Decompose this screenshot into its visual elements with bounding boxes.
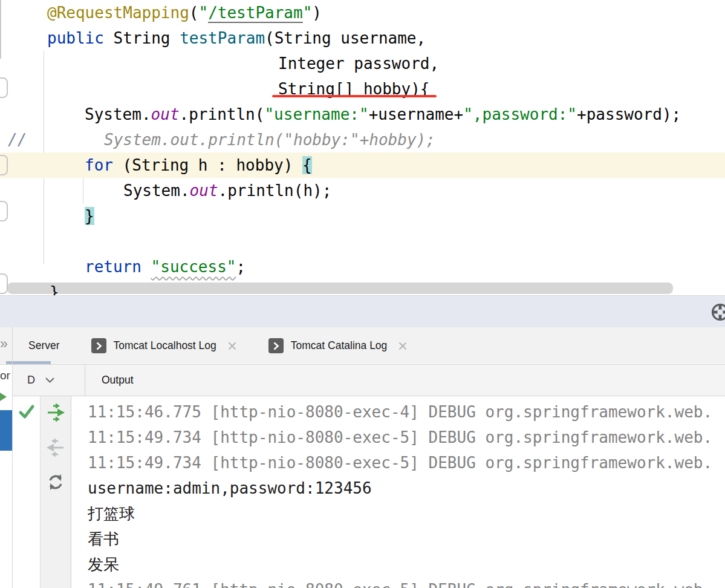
chevron-down-icon: [45, 377, 54, 384]
code-token-field: out: [190, 181, 218, 200]
tab-close-icon[interactable]: [398, 341, 408, 351]
console-line: 发呆: [88, 552, 725, 577]
code-token-brace: }: [85, 207, 94, 225]
refresh-icon[interactable]: [46, 472, 65, 492]
code-token-plain: System.: [85, 105, 151, 123]
code-token-string: ": [198, 4, 208, 22]
tab-server[interactable]: Server: [13, 327, 76, 364]
code-token-string: ": [303, 4, 313, 22]
code-token-method: testParam: [180, 29, 265, 47]
code-token-field: out: [151, 105, 180, 123]
code-token-keyword: public: [47, 29, 104, 47]
selected-tab-underline: [6, 361, 51, 364]
services-tool-window: » ServerTomcat Localhost LogTomcat Catal…: [0, 327, 725, 588]
code-token-annotation: @RequestMapping: [47, 4, 189, 22]
code-token-plain: [141, 258, 151, 276]
code-token-plain: ): [312, 4, 322, 22]
run-status-column: [13, 396, 40, 588]
code-token-typo: "success": [151, 258, 236, 276]
console-line: 11:15:49.734 [http-nio-8080-exec-5] DEBU…: [88, 450, 725, 475]
code-line[interactable]: public String testParam(String username,: [0, 25, 725, 51]
commented-line-marker: //: [8, 127, 27, 152]
log-level-dropdown[interactable]: D: [13, 365, 85, 396]
code-line[interactable]: System.out.println(h);: [0, 178, 725, 203]
tab-close-icon[interactable]: [227, 341, 237, 351]
code-token-keyword: for: [85, 156, 113, 174]
code-token-string: "username:": [264, 105, 368, 123]
code-line[interactable]: }: [0, 203, 725, 229]
code-token-plain: }: [50, 283, 59, 295]
code-line[interactable]: @RequestMapping("/testParam"): [0, 0, 725, 25]
code-token-plain: (: [189, 4, 199, 22]
panel-left-border: [12, 327, 13, 588]
code-token-plain: ;: [236, 258, 245, 276]
code-token-plain: System.: [123, 181, 190, 200]
run-play-icon[interactable]: [0, 391, 7, 402]
gear-icon[interactable]: [709, 301, 725, 325]
success-checkmark-icon: [18, 403, 35, 420]
code-token-link: /testParam: [208, 4, 303, 23]
code-line[interactable]: for (String h : hobby) {: [0, 152, 725, 178]
console-line: username:admin,password:123456: [88, 475, 725, 501]
code-token-plain: Integer password,: [278, 54, 439, 73]
tab-bar: » ServerTomcat Localhost LogTomcat Catal…: [0, 327, 725, 365]
code-line[interactable]: return "success";: [0, 254, 725, 279]
tool-window-header-strip: [0, 295, 725, 328]
code-token-plain: +password);: [577, 105, 681, 123]
code-token-comment: System.out.println("hobby:"+hobby);: [104, 131, 435, 149]
log-level-value: D: [27, 374, 35, 387]
console-line: 打篮球: [88, 501, 725, 526]
fold-marker: [0, 155, 8, 175]
code-token-brace: {: [302, 156, 312, 174]
code-token-string: ",password:": [463, 105, 577, 123]
code-token-plain: +username+: [369, 105, 464, 123]
tab-label: Tomcat Catalina Log: [291, 339, 388, 352]
hidden-tabs-chevron-icon[interactable]: »: [0, 336, 6, 352]
code-line[interactable]: System.out.println("username:"+username+…: [0, 102, 725, 127]
tabs-container: ServerTomcat Localhost LogTomcat Catalin…: [13, 327, 423, 364]
fold-marker: [0, 273, 8, 294]
fold-marker: [0, 77, 8, 98]
code-area[interactable]: @RequestMapping("/testParam")public Stri…: [0, 0, 725, 295]
tab-label: Tomcat Localhost Log: [114, 339, 216, 352]
code-line[interactable]: Integer password,: [0, 51, 725, 76]
console-line: 11:15:49.761 [http-nio-8080-exec-5] DEBU…: [88, 577, 725, 588]
tab-chevron-badge-icon: [268, 338, 284, 353]
code-line[interactable]: //System.out.println("hobby:"+hobby);: [0, 127, 725, 152]
code-editor[interactable]: @RequestMapping("/testParam")public Stri…: [0, 0, 725, 295]
output-column-header: Output: [85, 365, 134, 396]
console-toolbar: [40, 396, 71, 588]
sidebar-selected-item[interactable]: [0, 410, 12, 451]
code-token-plain: (String h : hobby): [113, 156, 302, 174]
tab-label: Server: [28, 339, 60, 352]
console-line: 11:15:46.775 [http-nio-8080-exec-4] DEBU…: [88, 399, 725, 425]
panel-header-row: D Output: [13, 365, 725, 396]
show-requests-icon[interactable]: [46, 402, 65, 423]
console-output[interactable]: 11:15:46.775 [http-nio-8080-exec-4] DEBU…: [71, 396, 725, 588]
code-token-plain: .println(: [180, 105, 265, 123]
tab-tomcat-catalina-log[interactable]: Tomcat Catalina Log: [253, 327, 424, 364]
code-token-keyword: return: [85, 258, 141, 276]
code-token-plain: .println(h);: [218, 181, 332, 200]
console-line: 看书: [88, 526, 725, 552]
tab-tomcat-localhost-log[interactable]: Tomcat Localhost Log: [76, 327, 253, 364]
code-line[interactable]: }: [0, 279, 725, 295]
code-line[interactable]: String[] hobby){: [0, 76, 725, 102]
error-underline: [272, 95, 437, 97]
cropped-sidebar-text: or: [0, 369, 10, 382]
code-token-plain: (String username,: [265, 29, 426, 47]
code-token-plain: String: [104, 29, 180, 47]
code-line[interactable]: [0, 229, 725, 254]
show-responses-icon-disabled[interactable]: [46, 437, 65, 458]
panel-body: 11:15:46.775 [http-nio-8080-exec-4] DEBU…: [13, 396, 725, 588]
fold-marker: [0, 201, 8, 221]
tab-chevron-badge-icon: [91, 338, 106, 353]
console-line: 11:15:49.734 [http-nio-8080-exec-5] DEBU…: [88, 425, 725, 450]
